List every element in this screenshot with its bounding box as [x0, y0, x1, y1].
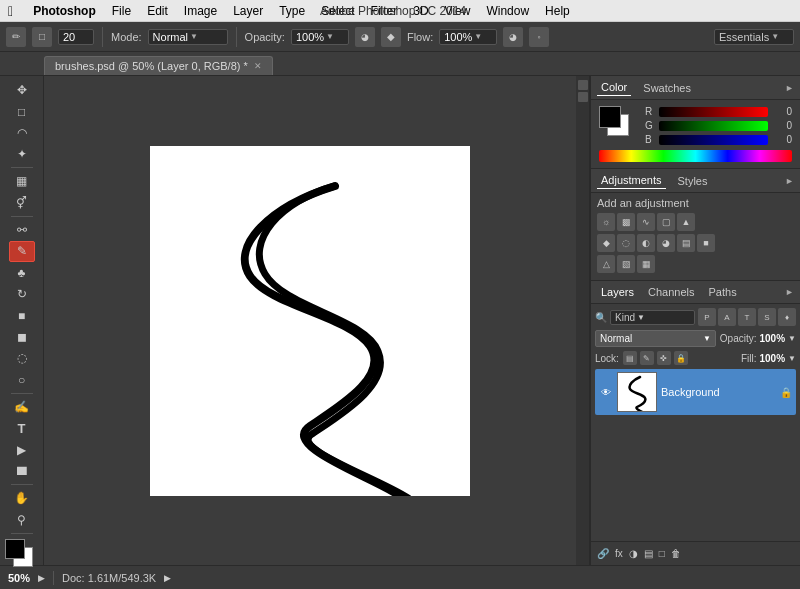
channel-mixer-icon[interactable]: ▤ — [677, 234, 695, 252]
tab-channels[interactable]: Channels — [644, 284, 698, 300]
lock-paint-icon[interactable]: ✎ — [640, 351, 654, 365]
tab-adjustments[interactable]: Adjustments — [597, 172, 666, 189]
pen-tool[interactable]: ✍ — [9, 397, 35, 417]
pressure-opacity-icon[interactable]: ◕ — [355, 27, 375, 47]
history-brush-tool[interactable]: ↻ — [9, 284, 35, 304]
blur-tool[interactable]: ◌ — [9, 348, 35, 368]
flow-dropdown[interactable]: 100% ▼ — [439, 29, 497, 45]
adj-panel-menu-icon[interactable]: ► — [785, 176, 794, 186]
blend-mode-dropdown[interactable]: Normal ▼ — [595, 330, 716, 347]
adj-icons-row-2: ◆ ◌ ◐ ◕ ▤ ■ — [597, 234, 794, 252]
zoom-level[interactable]: 50% — [8, 572, 30, 584]
tab-color[interactable]: Color — [597, 79, 631, 96]
filter-shape-icon[interactable]: S — [758, 308, 776, 326]
color-spectrum[interactable] — [599, 150, 792, 162]
hand-tool[interactable]: ✋ — [9, 488, 35, 508]
strip-button-2[interactable] — [578, 92, 588, 102]
app-name[interactable]: Photoshop — [25, 4, 104, 18]
brush-size-input[interactable]: 20 — [58, 29, 94, 45]
workspace-dropdown[interactable]: Essentials ▼ — [714, 29, 794, 45]
link-layers-icon[interactable]: 🔗 — [597, 548, 609, 559]
layers-kind-dropdown[interactable]: Kind ▼ — [610, 310, 695, 325]
threshold-icon[interactable]: ▦ — [637, 255, 655, 273]
posterize-icon[interactable]: ▧ — [617, 255, 635, 273]
menu-image[interactable]: Image — [176, 4, 225, 18]
opacity-value[interactable]: 100% — [760, 333, 786, 344]
green-slider[interactable] — [659, 121, 768, 131]
apple-icon[interactable]:  — [8, 3, 13, 19]
new-layer-icon[interactable]: □ — [659, 548, 665, 559]
opacity-dropdown[interactable]: 100% ▼ — [291, 29, 349, 45]
heal-tool[interactable]: ⚯ — [9, 220, 35, 240]
exposure-icon[interactable]: ▢ — [657, 213, 675, 231]
filter-adjust-icon[interactable]: A — [718, 308, 736, 326]
add-mask-icon[interactable]: ◑ — [629, 548, 638, 559]
dodge-tool[interactable]: ○ — [9, 370, 35, 390]
fill-value[interactable]: 100% — [760, 353, 786, 364]
curves-icon[interactable]: ∿ — [637, 213, 655, 231]
layer-visibility-toggle[interactable]: 👁 — [599, 385, 613, 399]
filter-type-icon[interactable]: T — [738, 308, 756, 326]
path-select-tool[interactable]: ▶ — [9, 440, 35, 460]
shape-tool[interactable]: ⯀ — [9, 461, 35, 481]
wand-tool[interactable]: ✦ — [9, 144, 35, 164]
invert-icon[interactable]: △ — [597, 255, 615, 273]
lock-position-icon[interactable]: ✜ — [657, 351, 671, 365]
menu-edit[interactable]: Edit — [139, 4, 176, 18]
color-balance-icon[interactable]: ◌ — [617, 234, 635, 252]
strip-button-1[interactable] — [578, 80, 588, 90]
tab-paths[interactable]: Paths — [705, 284, 741, 300]
red-slider[interactable] — [659, 107, 768, 117]
menu-type[interactable]: Type — [271, 4, 313, 18]
vibrance-icon[interactable]: ▲ — [677, 213, 695, 231]
airbrush-icon[interactable]: ◆ — [381, 27, 401, 47]
delete-layer-icon[interactable]: 🗑 — [671, 548, 681, 559]
layers-panel-menu-icon[interactable]: ► — [785, 287, 794, 297]
clone-stamp-tool[interactable]: ♣ — [9, 263, 35, 283]
canvas[interactable] — [150, 146, 470, 496]
add-style-icon[interactable]: fx — [615, 548, 623, 559]
marquee-tool[interactable]: □ — [9, 101, 35, 121]
blue-slider[interactable] — [659, 135, 768, 145]
filter-smart-icon[interactable]: ♦ — [778, 308, 796, 326]
eyedropper-tool[interactable]: ⚥ — [9, 193, 35, 213]
mode-dropdown[interactable]: Normal ▼ — [148, 29, 228, 45]
tab-styles[interactable]: Styles — [674, 173, 712, 189]
smooth-icon[interactable]: ◦ — [529, 27, 549, 47]
text-tool[interactable]: T — [9, 418, 35, 438]
fg-color-swatch[interactable] — [599, 106, 621, 128]
foreground-color-swatch[interactable] — [5, 539, 25, 559]
menu-window[interactable]: Window — [478, 4, 537, 18]
hsl-icon[interactable]: ◆ — [597, 234, 615, 252]
levels-icon[interactable]: ▩ — [617, 213, 635, 231]
lock-transparent-icon[interactable]: ▤ — [623, 351, 637, 365]
eraser-tool[interactable]: ■ — [9, 306, 35, 326]
crop-tool[interactable]: ▦ — [9, 171, 35, 191]
color-lookup-icon[interactable]: ■ — [697, 234, 715, 252]
bw-icon[interactable]: ◐ — [637, 234, 655, 252]
zoom-tool[interactable]: ⚲ — [9, 509, 35, 529]
lock-all-icon[interactable]: 🔒 — [674, 351, 688, 365]
brush-tool[interactable]: ✎ — [9, 241, 35, 262]
menu-layer[interactable]: Layer — [225, 4, 271, 18]
pressure-flow-icon[interactable]: ◕ — [503, 27, 523, 47]
canvas-area[interactable] — [44, 76, 576, 565]
document-tab[interactable]: brushes.psd @ 50% (Layer 0, RGB/8) * ✕ — [44, 56, 273, 75]
brush-preset-icon[interactable]: □ — [32, 27, 52, 47]
layer-background[interactable]: 👁 Background 🔒 — [595, 369, 796, 415]
new-group-icon[interactable]: ▤ — [644, 548, 653, 559]
gradient-tool[interactable]: ◼ — [9, 327, 35, 347]
lasso-tool[interactable]: ◠ — [9, 123, 35, 143]
brightness-icon[interactable]: ☼ — [597, 213, 615, 231]
color-panel-menu-icon[interactable]: ► — [785, 83, 794, 93]
tab-swatches[interactable]: Swatches — [639, 80, 695, 96]
menu-help[interactable]: Help — [537, 4, 578, 18]
menu-file[interactable]: File — [104, 4, 139, 18]
filter-pixel-icon[interactable]: P — [698, 308, 716, 326]
photo-filter-icon[interactable]: ◕ — [657, 234, 675, 252]
tab-layers[interactable]: Layers — [597, 284, 638, 300]
status-arrow[interactable]: ▶ — [164, 573, 171, 583]
move-tool[interactable]: ✥ — [9, 80, 35, 100]
tab-close-button[interactable]: ✕ — [254, 61, 262, 71]
zoom-indicator-icon[interactable]: ▶ — [38, 573, 45, 583]
